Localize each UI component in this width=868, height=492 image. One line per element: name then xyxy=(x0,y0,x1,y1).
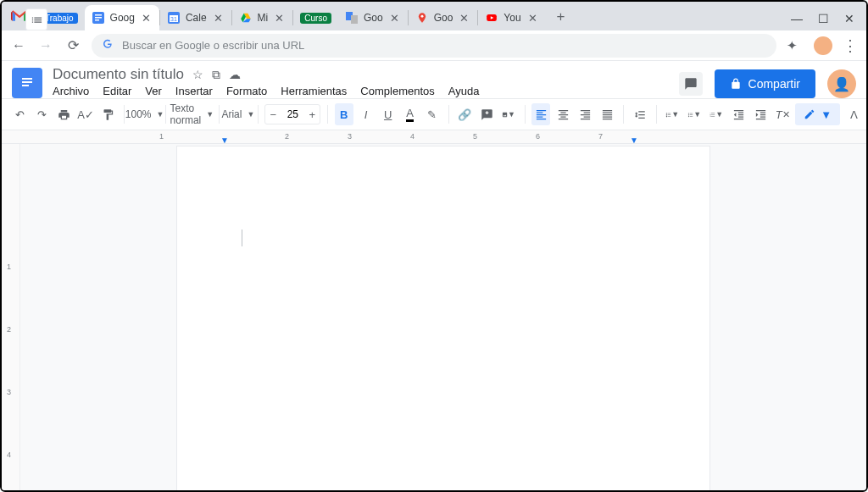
undo-button[interactable]: ↶ xyxy=(10,103,29,125)
italic-button[interactable]: I xyxy=(357,103,376,125)
document-page[interactable] xyxy=(176,146,710,490)
text-cursor xyxy=(242,229,242,246)
horizontal-ruler[interactable]: ▼ 1 2 3 4 5 6 7 ▼ xyxy=(2,130,866,144)
minimize-icon[interactable]: — xyxy=(791,12,803,25)
checklist-button[interactable]: ▼ xyxy=(663,103,682,125)
number-list-button[interactable]: ▼ xyxy=(707,103,726,125)
header-right: Compartir 👤 xyxy=(679,69,856,98)
zoom-dropdown[interactable]: 100%▼ xyxy=(131,103,159,125)
lock-icon xyxy=(730,78,742,90)
vertical-ruler[interactable]: 1 2 3 4 xyxy=(2,144,20,490)
link-button[interactable]: 🔗 xyxy=(455,103,474,125)
docs-header: Documento sin título ☆ ⧉ ☁ Archivo Edita… xyxy=(2,61,866,98)
omnibox-placeholder: Buscar en Google o escribir una URL xyxy=(122,39,304,52)
tab-label: Cale xyxy=(186,12,207,24)
menu-formato[interactable]: Formato xyxy=(226,85,267,97)
align-center-button[interactable] xyxy=(554,103,572,125)
star-icon[interactable]: ☆ xyxy=(192,68,203,81)
tab-maps[interactable]: Goo ✕ xyxy=(409,5,478,30)
tab-calendar[interactable]: 31 Cale ✕ xyxy=(160,5,231,30)
font-size-control: − + xyxy=(264,104,320,124)
address-bar[interactable]: Buscar en Google o escribir una URL xyxy=(92,34,776,58)
tab-label: Mi xyxy=(258,12,269,24)
close-tab-icon[interactable]: ✕ xyxy=(388,12,401,25)
bullet-list-button[interactable]: ▼ xyxy=(685,103,704,125)
increase-indent-button[interactable] xyxy=(751,103,770,125)
menu-archivo[interactable]: Archivo xyxy=(53,85,89,97)
vruler-tick: 4 xyxy=(7,451,11,459)
account-avatar[interactable]: 👤 xyxy=(827,69,856,98)
share-button[interactable]: Compartir xyxy=(715,69,815,98)
close-tab-icon[interactable]: ✕ xyxy=(212,12,225,25)
clear-format-button[interactable]: T✕ xyxy=(773,103,792,125)
forward-button: → xyxy=(37,38,54,53)
close-tab-icon[interactable]: ✕ xyxy=(140,12,153,25)
tab-youtube[interactable]: You ✕ xyxy=(478,5,545,30)
maximize-icon[interactable]: ☐ xyxy=(818,12,829,25)
menu-editar[interactable]: Editar xyxy=(103,85,131,97)
share-label: Compartir xyxy=(748,77,800,91)
paint-format-button[interactable] xyxy=(98,103,117,125)
move-icon[interactable]: ⧉ xyxy=(212,68,220,82)
align-right-button[interactable] xyxy=(576,103,594,125)
editing-mode-button[interactable]: ▼ xyxy=(795,103,840,125)
style-dropdown[interactable]: Texto normal▼ xyxy=(172,103,211,125)
formatting-toolbar: ↶ ↷ A✓ 100%▼ Texto normal▼ Arial▼ − + B … xyxy=(2,98,866,130)
decrease-indent-button[interactable] xyxy=(729,103,748,125)
spellcheck-button[interactable]: A✓ xyxy=(76,103,95,125)
menu-complementos[interactable]: Complementos xyxy=(360,85,434,97)
image-button[interactable]: ▼ xyxy=(499,103,518,125)
menu-herramientas[interactable]: Herramientas xyxy=(281,85,347,97)
maps-favicon-icon xyxy=(415,11,429,25)
svg-point-9 xyxy=(420,15,423,18)
menu-ver[interactable]: Ver xyxy=(145,85,162,97)
profile-avatar-small[interactable] xyxy=(814,36,832,55)
tab-google-docs[interactable]: Goog ✕ xyxy=(85,5,159,30)
tab-curso[interactable]: Curso xyxy=(293,5,338,30)
chevron-down-icon: ▼ xyxy=(821,108,832,121)
new-tab-button[interactable]: + xyxy=(549,5,573,29)
font-dropdown[interactable]: Arial▼ xyxy=(225,103,251,125)
align-left-button[interactable] xyxy=(531,103,550,125)
tab-label: Goo xyxy=(364,12,383,24)
underline-button[interactable]: U xyxy=(379,103,398,125)
highlight-button[interactable]: ✎ xyxy=(423,103,442,125)
font-size-input[interactable] xyxy=(281,108,304,120)
calendar-favicon-icon: 31 xyxy=(167,11,181,25)
tab-translate[interactable]: Goo ✕ xyxy=(338,5,408,30)
ruler-tick: 6 xyxy=(536,132,540,141)
chevron-down-icon: ▼ xyxy=(206,110,214,119)
menu-bar: Archivo Editar Ver Insertar Formato Herr… xyxy=(53,85,669,97)
back-button[interactable]: ← xyxy=(10,38,27,53)
ruler-tick: 1 xyxy=(159,132,164,141)
translate-favicon-icon xyxy=(345,11,359,25)
redo-button[interactable]: ↷ xyxy=(32,103,51,125)
cloud-status-icon[interactable]: ☁ xyxy=(229,68,241,81)
text-color-button[interactable]: A xyxy=(401,103,420,125)
decrease-font-button[interactable]: − xyxy=(265,108,281,121)
bold-button[interactable]: B xyxy=(335,103,353,125)
document-title[interactable]: Documento sin título xyxy=(53,66,184,83)
close-window-icon[interactable]: ✕ xyxy=(844,12,854,25)
extensions-icon[interactable]: ✦ xyxy=(787,38,804,53)
comments-button[interactable] xyxy=(679,72,703,96)
menu-ayuda[interactable]: Ayuda xyxy=(448,85,480,97)
print-button[interactable] xyxy=(54,103,73,125)
comment-icon xyxy=(684,77,698,91)
browser-menu-icon[interactable]: ⋮ xyxy=(843,36,858,55)
close-tab-icon[interactable]: ✕ xyxy=(526,12,539,25)
increase-font-button[interactable]: + xyxy=(304,108,320,121)
close-tab-icon[interactable]: ✕ xyxy=(458,12,470,25)
vruler-tick: 1 xyxy=(7,263,11,271)
drive-favicon-icon xyxy=(239,11,253,25)
align-justify-button[interactable] xyxy=(598,103,616,125)
docs-logo-icon[interactable] xyxy=(12,68,42,98)
close-tab-icon[interactable]: ✕ xyxy=(273,12,286,25)
tab-drive[interactable]: Mi ✕ xyxy=(232,5,293,30)
collapse-toolbar-icon[interactable]: ᐱ xyxy=(850,108,858,121)
add-comment-button[interactable] xyxy=(477,103,496,125)
window-controls: — ☐ ✕ xyxy=(791,12,866,30)
line-spacing-button[interactable] xyxy=(631,103,649,125)
menu-insertar[interactable]: Insertar xyxy=(175,85,213,97)
reload-button[interactable]: ⟳ xyxy=(64,37,81,53)
